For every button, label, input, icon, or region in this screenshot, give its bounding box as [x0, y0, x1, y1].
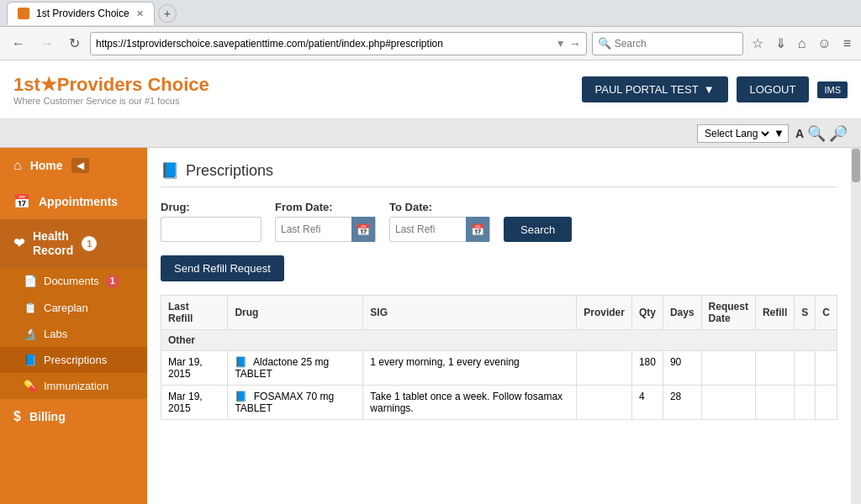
- header-actions: PAUL PORTAL TEST ▼ LOGOUT IMS: [582, 76, 848, 102]
- search-button[interactable]: Search: [504, 217, 572, 242]
- from-date-calendar-button[interactable]: 📅: [351, 217, 375, 242]
- cell-s-0: [795, 351, 816, 386]
- prescriptions-icon: 📘: [24, 354, 37, 366]
- table-header-row: LastRefill Drug SIG Provider Qty Days Re…: [161, 296, 837, 330]
- sidebar-subitem-documents[interactable]: 📄 Documents 1: [0, 268, 147, 295]
- from-date-label: From Date:: [275, 201, 376, 213]
- group-label: Other: [161, 330, 837, 351]
- filter-form: Drug: From Date: 📅 To Date: 📅 Search: [161, 201, 837, 242]
- zoom-out-icon[interactable]: 🔎: [829, 124, 848, 143]
- lang-dropdown-icon: ▼: [774, 127, 784, 139]
- cell-provider-1: [577, 386, 632, 420]
- cell-drug-0: 📘 Aldactone 25 mg TABLET: [228, 351, 363, 386]
- tab-favicon-icon: [18, 8, 29, 19]
- cell-c-0: [816, 351, 837, 386]
- to-date-input[interactable]: [390, 220, 466, 239]
- sidebar-subitem-careplan-label: Careplan: [44, 302, 88, 314]
- download-icon[interactable]: ⇓: [772, 34, 790, 53]
- user-dropdown-icon: ▼: [704, 83, 715, 96]
- cell-c-1: [816, 386, 837, 420]
- logout-button[interactable]: LOGOUT: [737, 76, 810, 102]
- back-button[interactable]: ←: [7, 34, 30, 53]
- sidebar-collapse-button[interactable]: ◀: [71, 158, 89, 173]
- home-icon: ⌂: [13, 158, 22, 173]
- to-date-calendar-button[interactable]: 📅: [466, 217, 489, 242]
- col-refill: Refill: [755, 296, 794, 330]
- language-select[interactable]: Select Lang: [701, 127, 772, 140]
- col-c: C: [816, 296, 837, 330]
- browser-search-wrap: 🔍: [592, 32, 743, 55]
- from-date-input[interactable]: [276, 220, 351, 239]
- scrollbar[interactable]: [851, 148, 861, 504]
- cell-sig-0: 1 every morning, 1 every evening: [363, 351, 577, 386]
- table-row: Mar 19, 2015 📘 Aldactone 25 mg TABLET 1 …: [161, 351, 837, 386]
- logo-text: 1st★Providers Choice: [13, 74, 209, 95]
- browser-search-input[interactable]: [615, 38, 741, 50]
- send-refill-request-button[interactable]: Send Refill Request: [161, 255, 284, 281]
- browser-tab[interactable]: 1st Providers Choice ✕: [7, 2, 155, 25]
- prescriptions-title-icon: 📘: [161, 161, 179, 180]
- sidebar-item-appointments-label: Appointments: [39, 195, 118, 208]
- bookmark-icon[interactable]: ☆: [748, 34, 767, 53]
- cell-refill-0: [755, 351, 794, 386]
- logo-star: ★: [40, 74, 57, 95]
- sidebar-item-billing-label: Billing: [29, 410, 66, 423]
- address-dropdown-icon[interactable]: ▼: [556, 38, 566, 50]
- address-bar-input[interactable]: [96, 38, 552, 50]
- table-body: Other Mar 19, 2015 📘 Aldactone 25 mg TAB…: [161, 330, 837, 420]
- tab-close-icon[interactable]: ✕: [136, 8, 144, 19]
- documents-badge: 1: [106, 275, 119, 288]
- drug-input[interactable]: [161, 217, 261, 242]
- health-record-badge: 1: [82, 236, 97, 251]
- menu-icon[interactable]: ≡: [840, 34, 854, 53]
- logout-label: LOGOUT: [750, 83, 796, 96]
- sidebar-item-billing[interactable]: $ Billing: [0, 399, 147, 434]
- col-drug: Drug: [228, 296, 363, 330]
- sidebar-item-health-record-label: HealthRecord: [33, 229, 73, 258]
- sidebar-item-health-record[interactable]: ❤ HealthRecord 1: [0, 219, 147, 268]
- user-portal-button[interactable]: PAUL PORTAL TEST ▼: [582, 76, 728, 102]
- sidebar-subitem-prescriptions[interactable]: 📘 Prescriptions: [0, 347, 147, 373]
- ims-label: IMS: [824, 85, 841, 95]
- zoom-in-icon[interactable]: 🔍: [807, 124, 826, 143]
- col-qty: Qty: [631, 296, 663, 330]
- sidebar-subitem-immunization[interactable]: 💊 Immunization: [0, 373, 147, 399]
- cell-request-date-1: [701, 386, 755, 420]
- sidebar-subitem-prescriptions-label: Prescriptions: [44, 354, 107, 366]
- sidebar-subitem-immunization-label: Immunization: [44, 380, 108, 392]
- from-date-wrap: 📅: [275, 217, 376, 242]
- new-tab-button[interactable]: +: [158, 4, 177, 23]
- logo: 1st★Providers Choice: [13, 74, 582, 96]
- text-size-controls: A 🔍 🔎: [795, 124, 848, 143]
- health-record-icon: ❤: [13, 235, 24, 251]
- address-go-icon[interactable]: →: [569, 37, 581, 50]
- home-toolbar-icon[interactable]: ⌂: [795, 34, 810, 53]
- page-title: Prescriptions: [186, 162, 273, 180]
- profile-icon[interactable]: ☺: [814, 34, 834, 53]
- sidebar-subitem-labs[interactable]: 🔬 Labs: [0, 321, 147, 347]
- table-head: LastRefill Drug SIG Provider Qty Days Re…: [161, 296, 837, 330]
- sidebar-item-home[interactable]: ⌂ Home ◀: [0, 148, 147, 183]
- sidebar-item-appointments[interactable]: 📅 Appointments: [0, 183, 147, 219]
- forward-button[interactable]: →: [35, 34, 59, 53]
- cell-s-1: [795, 386, 816, 420]
- refresh-button[interactable]: ↻: [64, 34, 85, 53]
- logo-area: 1st★Providers Choice Where Customer Serv…: [13, 74, 582, 106]
- cell-refill-1: [755, 386, 794, 420]
- cell-provider-0: [577, 351, 632, 386]
- scrollbar-thumb[interactable]: [852, 149, 860, 182]
- cell-qty-0: 180: [631, 351, 663, 386]
- main-layout: ⌂ Home ◀ 📅 Appointments ❤ HealthRecord 1…: [0, 148, 861, 504]
- cell-last-refill-1: Mar 19, 2015: [161, 386, 228, 420]
- col-days: Days: [663, 296, 701, 330]
- table-row: Mar 19, 2015 📘 FOSAMAX 70 mg TABLET Take…: [161, 386, 837, 420]
- billing-icon: $: [13, 409, 21, 424]
- sidebar-subitem-careplan[interactable]: 📋 Careplan: [0, 295, 147, 321]
- to-date-label: To Date:: [389, 201, 490, 213]
- app-header: 1st★Providers Choice Where Customer Serv…: [0, 60, 861, 119]
- content-area: 📘 Prescriptions Drug: From Date: 📅 To Da…: [147, 148, 851, 504]
- sidebar-subitem-documents-label: Documents: [44, 275, 99, 287]
- group-row-other: Other: [161, 330, 837, 351]
- logo-brand: Providers Choice: [57, 74, 209, 95]
- font-size-label[interactable]: A: [795, 127, 804, 140]
